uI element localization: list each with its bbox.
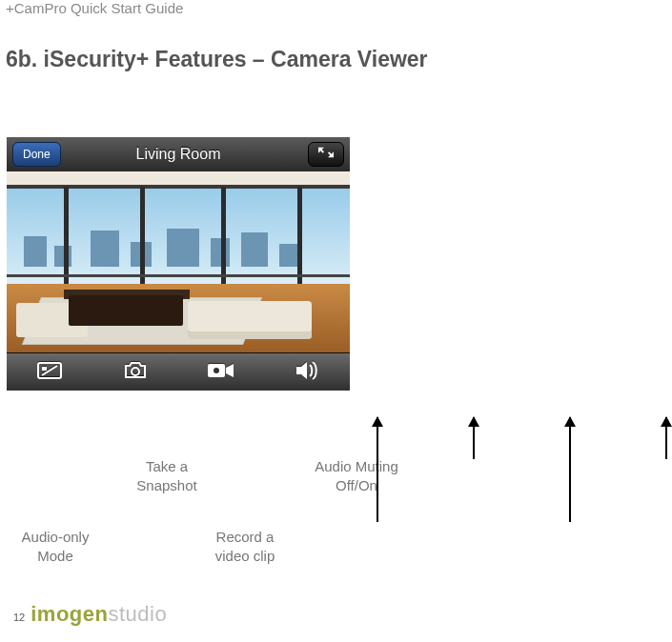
- svg-point-4: [214, 368, 219, 373]
- callout-snapshot: Take a Snapshot: [119, 457, 214, 494]
- doc-header: +CamPro Quick Start Guide: [6, 0, 183, 16]
- callout-arrow: [377, 417, 378, 522]
- camera-name-label: Living Room: [136, 146, 221, 163]
- svg-point-2: [132, 368, 139, 375]
- speaker-icon: [295, 361, 319, 384]
- callout-audio-mute: Audio Muting Off/On: [295, 457, 418, 494]
- record-button[interactable]: [201, 359, 241, 386]
- done-button[interactable]: Done: [12, 142, 61, 167]
- audio-mute-button[interactable]: [287, 359, 327, 386]
- callout-arrow: [473, 417, 475, 459]
- callout-arrow: [569, 417, 571, 522]
- audio-only-button[interactable]: [30, 359, 70, 386]
- camera-viewer-screenshot: Done Living Room: [7, 137, 350, 390]
- fullscreen-collapse-button[interactable]: [308, 142, 344, 167]
- brand-logo: imogenstudio: [31, 602, 167, 627]
- callout-audio-only: Audio-only Mode: [8, 528, 103, 565]
- video-camera-icon: [207, 362, 235, 383]
- snapshot-button[interactable]: [115, 359, 155, 386]
- camera-feed: [7, 171, 350, 352]
- page-number: 12: [13, 612, 25, 623]
- camera-icon: [123, 361, 148, 384]
- fullscreen-collapse-icon: [318, 146, 334, 163]
- callout-record: Record a video clip: [197, 528, 293, 565]
- page-footer: 12 imogenstudio: [13, 602, 167, 627]
- viewer-topbar: Done Living Room: [7, 137, 350, 171]
- section-title: 6b. iSecurity+ Features – Camera Viewer: [6, 46, 428, 73]
- screen-off-icon: [37, 361, 62, 384]
- callout-arrow: [665, 417, 667, 459]
- svg-rect-1: [42, 367, 47, 371]
- viewer-toolbar: [7, 352, 350, 391]
